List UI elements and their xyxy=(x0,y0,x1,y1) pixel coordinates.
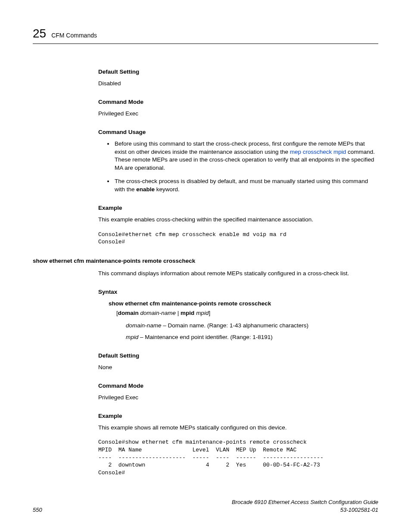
usage-2-post: keyword. xyxy=(155,186,180,193)
heading-command-mode: Command Mode xyxy=(98,98,378,106)
usage-list: Before using this command to start the c… xyxy=(98,140,378,194)
command-title-show-crosscheck: show ethernet cfm maintenance-points rem… xyxy=(33,257,378,265)
chapter-title: CFM Commands xyxy=(51,31,97,40)
heading-example-1: Example xyxy=(98,204,378,212)
heading-default-setting: Default Setting xyxy=(98,68,378,76)
param1-desc: – Domain name. (Range: 1-43 alphanumeric… xyxy=(162,322,308,329)
page-header: 25 CFM Commands xyxy=(33,25,378,44)
chapter-number: 25 xyxy=(33,25,46,42)
kw-mpid: mpid xyxy=(181,310,194,316)
text-default-setting: Disabled xyxy=(98,80,378,88)
usage-item-1: Before using this command to start the c… xyxy=(114,140,378,173)
syntax-line: show ethernet cfm maintenance-points rem… xyxy=(109,300,378,308)
text-default-setting-2: None xyxy=(98,364,378,372)
kw-domain: domain xyxy=(118,310,139,316)
heading-default-setting-2: Default Setting xyxy=(98,352,378,360)
usage-2-bold: enable xyxy=(136,186,155,193)
param-domain-name: domain-name – Domain name. (Range: 1-43 … xyxy=(126,322,378,330)
link-mep-crosscheck-mpid[interactable]: mep crosscheck mpid xyxy=(290,149,346,155)
heading-command-mode-2: Command Mode xyxy=(98,382,378,390)
cmd2-desc: This command displays information about … xyxy=(98,270,378,278)
param-mpid: mpid – Maintenance end point identifier.… xyxy=(126,333,378,342)
body-content-2: This command displays information about … xyxy=(98,270,378,476)
usage-item-2: The cross-check process is disabled by d… xyxy=(114,177,378,194)
param1-name: domain-name xyxy=(126,322,162,329)
param2-desc: – Maintenance end point identifier. (Ran… xyxy=(138,334,272,340)
text-command-mode: Privileged Exec xyxy=(98,110,378,118)
syntax-args: [domain domain-name | mpid mpid] xyxy=(116,309,378,317)
example-1-code: Console#ethernet cfm mep crosscheck enab… xyxy=(98,231,378,246)
param2-name: mpid xyxy=(126,334,138,340)
heading-command-usage: Command Usage xyxy=(98,128,378,137)
doc-id: 53-1002581-01 xyxy=(340,507,378,513)
arg-mpid: mpid xyxy=(196,310,209,316)
page-number: 550 xyxy=(33,506,42,514)
example-2-desc: This example shows all remote MEPs stati… xyxy=(98,424,378,432)
syntax-block: show ethernet cfm maintenance-points rem… xyxy=(109,300,378,342)
book-title: Brocade 6910 Ethernet Access Switch Conf… xyxy=(232,499,378,505)
page: 25 CFM Commands Default Setting Disabled… xyxy=(0,0,411,532)
body-content: Default Setting Disabled Command Mode Pr… xyxy=(98,68,378,246)
page-footer: 550 Brocade 6910 Ethernet Access Switch … xyxy=(33,498,378,514)
text-command-mode-2: Privileged Exec xyxy=(98,394,378,402)
example-2-code: Console#show ethernet cfm maintenance-po… xyxy=(98,439,378,476)
example-1-desc: This example enables cross-checking with… xyxy=(98,216,378,224)
footer-right: Brocade 6910 Ethernet Access Switch Conf… xyxy=(232,498,378,514)
heading-example-2: Example xyxy=(98,412,378,420)
heading-syntax: Syntax xyxy=(98,288,378,296)
arg-domain-name: domain-name xyxy=(140,310,176,316)
